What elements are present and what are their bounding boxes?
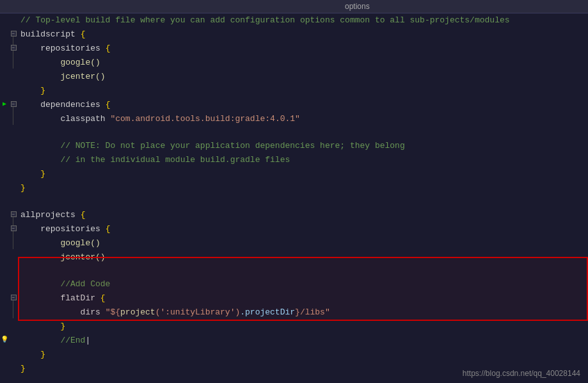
fold-gutter: −: [9, 42, 18, 56]
token-brace: {: [75, 29, 86, 39]
token-function: google(): [20, 238, 100, 248]
empty-indicator: [0, 84, 9, 98]
code-line: − repositories {: [0, 222, 588, 236]
token-plain: repositories: [20, 224, 100, 234]
line-content: buildscript {: [18, 28, 588, 42]
line-content: google(): [18, 236, 588, 250]
token-plain: repositories: [20, 44, 100, 53]
token-comment: options: [300, 15, 335, 25]
fold-icon[interactable]: −: [11, 211, 17, 217]
empty-indicator: [0, 222, 9, 236]
line-content: classpath "com.android.tools.build:gradl…: [18, 112, 588, 126]
empty-indicator: [0, 208, 9, 222]
empty-indicator: [0, 181, 9, 195]
token-function: jcenter(): [20, 72, 106, 81]
empty-indicator: [0, 167, 9, 181]
editor-container: options // Top-level build file where yo…: [0, 0, 588, 383]
line-content: jcenter(): [18, 70, 588, 84]
empty-indicator: [0, 250, 9, 265]
line-content: allprojects {: [18, 208, 588, 222]
empty-indicator: [0, 56, 9, 70]
code-line: ▶− dependencies {: [0, 98, 588, 112]
line-content: }: [18, 348, 588, 362]
code-line: }: [0, 167, 588, 181]
code-line: −buildscript {: [0, 28, 588, 42]
code-line: −allprojects {: [0, 208, 588, 222]
code-line: jcenter(): [0, 70, 588, 84]
token-comment: //Add Code: [20, 279, 110, 289]
top-bar: options: [0, 0, 588, 13]
empty-indicator: [0, 236, 9, 250]
code-line: − flatDir {: [0, 291, 588, 306]
token-brace: }: [20, 364, 26, 373]
fold-icon[interactable]: −: [11, 31, 17, 37]
empty-indicator: [0, 306, 9, 320]
empty-indicator: [0, 70, 9, 84]
code-line: 💡 //End|: [0, 334, 588, 348]
token-plain: allprojects: [20, 210, 75, 220]
code-line: // Top-level build file where you can ad…: [0, 13, 588, 28]
empty-indicator: [0, 348, 9, 362]
line-content: // in the individual module build.gradle…: [18, 153, 588, 167]
fold-icon[interactable]: −: [11, 101, 17, 107]
token-string: "${: [106, 307, 120, 317]
line-content: repositories {: [18, 42, 588, 56]
code-line: }: [0, 84, 588, 98]
fold-gutter: [9, 56, 18, 70]
code-line: [0, 126, 588, 139]
fold-gutter: [9, 84, 18, 98]
fold-icon[interactable]: −: [11, 295, 17, 300]
line-content: // NOTE: Do not place your application d…: [18, 139, 588, 153]
token-function: google(): [20, 58, 100, 67]
fold-gutter: [9, 195, 18, 208]
fold-icon[interactable]: −: [11, 45, 17, 51]
line-content: repositories {: [18, 222, 588, 236]
fold-gutter: [9, 334, 18, 348]
fold-icon[interactable]: −: [11, 225, 17, 231]
token-plain: flatDir: [20, 293, 95, 303]
line-content: google(): [18, 56, 588, 70]
empty-indicator: [0, 291, 9, 306]
empty-indicator: [0, 13, 9, 28]
line-content: jcenter(): [18, 250, 588, 265]
line-content: [18, 265, 588, 277]
fold-gutter: [9, 250, 18, 265]
line-content: [18, 126, 588, 139]
empty-indicator: [0, 153, 9, 167]
line-content: // Top-level build file where you can ad…: [18, 13, 588, 28]
code-line: jcenter(): [0, 250, 588, 265]
arrow-indicator: ▶: [0, 98, 9, 112]
code-line: [0, 265, 588, 277]
code-line: }: [0, 348, 588, 362]
code-line: google(): [0, 236, 588, 250]
token-string: }/libs": [295, 307, 330, 317]
empty-indicator: [0, 265, 9, 277]
watermark: https://blog.csdn.net/qq_40028144: [463, 369, 580, 378]
fold-gutter: [9, 70, 18, 84]
line-content: }: [18, 181, 588, 195]
token-comment: // Top-level build file where you can ad…: [20, 15, 300, 25]
code-line: }: [0, 181, 588, 195]
token-brace: }: [20, 183, 26, 193]
code-line: classpath "com.android.tools.build:gradl…: [0, 112, 588, 126]
fold-gutter: −: [9, 208, 18, 222]
fold-gutter: [9, 181, 18, 195]
empty-indicator: [0, 126, 9, 139]
fold-gutter: [9, 348, 18, 362]
token-plain: dirs: [20, 307, 106, 317]
token-brace: }: [20, 86, 45, 95]
code-line: google(): [0, 56, 588, 70]
fold-gutter: [9, 277, 18, 291]
fold-gutter: [9, 139, 18, 153]
token-function: project: [120, 307, 155, 317]
fold-gutter: −: [9, 98, 18, 112]
empty-indicator: [0, 139, 9, 153]
token-function: jcenter(): [20, 252, 106, 262]
line-content: }: [18, 167, 588, 181]
token-brace: {: [75, 210, 86, 220]
token-comment: // NOTE: Do not place your application d…: [20, 141, 405, 151]
empty-indicator: [0, 28, 9, 42]
fold-gutter: −: [9, 222, 18, 236]
token-comment: common to all sub-projects/modules: [335, 15, 509, 25]
line-content: }: [18, 84, 588, 98]
